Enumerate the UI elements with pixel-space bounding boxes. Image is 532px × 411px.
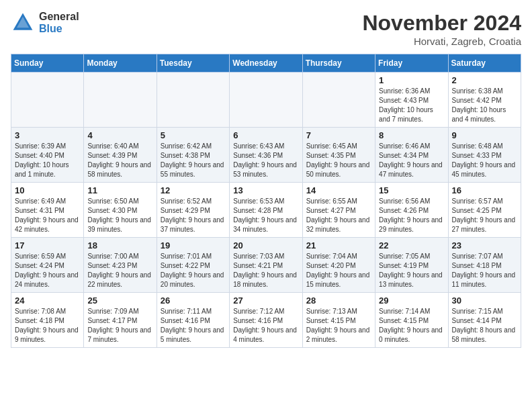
calendar-cell: 10Sunrise: 6:49 AM Sunset: 4:31 PM Dayli… — [11, 183, 84, 238]
calendar-cell: 30Sunrise: 7:15 AM Sunset: 4:14 PM Dayli… — [448, 293, 521, 348]
day-number: 9 — [452, 130, 517, 140]
calendar-cell — [11, 73, 84, 128]
week-row-2: 3Sunrise: 6:39 AM Sunset: 4:40 PM Daylig… — [11, 128, 521, 183]
calendar-cell: 19Sunrise: 7:01 AM Sunset: 4:22 PM Dayli… — [157, 238, 229, 293]
day-number: 29 — [379, 295, 444, 306]
calendar-cell: 26Sunrise: 7:11 AM Sunset: 4:16 PM Dayli… — [157, 293, 229, 348]
week-row-5: 24Sunrise: 7:08 AM Sunset: 4:18 PM Dayli… — [11, 293, 521, 348]
day-number: 4 — [87, 130, 152, 140]
day-number: 20 — [233, 240, 298, 250]
logo-blue-label: Blue — [39, 23, 79, 35]
day-number: 26 — [161, 295, 226, 306]
calendar-cell: 2Sunrise: 6:38 AM Sunset: 4:42 PM Daylig… — [448, 73, 521, 128]
logo-icon — [11, 11, 35, 35]
day-info: Sunrise: 6:49 AM Sunset: 4:31 PM Dayligh… — [15, 197, 80, 234]
header: General Blue November 2024 Horvati, Zagr… — [11, 11, 521, 47]
calendar-cell — [84, 73, 157, 128]
week-row-4: 17Sunrise: 6:59 AM Sunset: 4:24 PM Dayli… — [11, 238, 521, 293]
day-info: Sunrise: 6:53 AM Sunset: 4:28 PM Dayligh… — [233, 197, 298, 234]
day-info: Sunrise: 6:48 AM Sunset: 4:33 PM Dayligh… — [452, 142, 517, 179]
day-info: Sunrise: 6:42 AM Sunset: 4:38 PM Dayligh… — [161, 142, 226, 179]
week-row-3: 10Sunrise: 6:49 AM Sunset: 4:31 PM Dayli… — [11, 183, 521, 238]
weekday-header-sunday: Sunday — [11, 54, 84, 73]
calendar-cell: 5Sunrise: 6:42 AM Sunset: 4:38 PM Daylig… — [157, 128, 229, 183]
day-number: 25 — [87, 295, 152, 306]
month-title: November 2024 — [362, 11, 521, 36]
day-number: 15 — [379, 185, 444, 195]
day-info: Sunrise: 6:40 AM Sunset: 4:39 PM Dayligh… — [87, 142, 152, 179]
weekday-header-wednesday: Wednesday — [230, 54, 302, 73]
day-info: Sunrise: 6:57 AM Sunset: 4:25 PM Dayligh… — [452, 197, 517, 234]
day-info: Sunrise: 7:07 AM Sunset: 4:18 PM Dayligh… — [452, 252, 517, 289]
day-info: Sunrise: 7:12 AM Sunset: 4:16 PM Dayligh… — [233, 307, 298, 345]
day-info: Sunrise: 7:03 AM Sunset: 4:21 PM Dayligh… — [233, 252, 298, 289]
day-info: Sunrise: 6:46 AM Sunset: 4:34 PM Dayligh… — [379, 142, 444, 179]
location-subtitle: Horvati, Zagreb, Croatia — [362, 36, 521, 47]
calendar-cell: 20Sunrise: 7:03 AM Sunset: 4:21 PM Dayli… — [230, 238, 302, 293]
calendar-cell: 22Sunrise: 7:05 AM Sunset: 4:19 PM Dayli… — [375, 238, 448, 293]
day-info: Sunrise: 7:05 AM Sunset: 4:19 PM Dayligh… — [379, 252, 444, 289]
day-number: 23 — [452, 240, 517, 250]
calendar-cell — [230, 73, 302, 128]
day-number: 2 — [452, 75, 517, 85]
day-number: 27 — [233, 295, 298, 306]
day-number: 12 — [161, 185, 226, 195]
day-info: Sunrise: 7:11 AM Sunset: 4:16 PM Dayligh… — [161, 307, 226, 345]
calendar-cell: 17Sunrise: 6:59 AM Sunset: 4:24 PM Dayli… — [11, 238, 84, 293]
day-number: 8 — [379, 130, 444, 140]
calendar-cell: 13Sunrise: 6:53 AM Sunset: 4:28 PM Dayli… — [230, 183, 302, 238]
calendar-cell: 4Sunrise: 6:40 AM Sunset: 4:39 PM Daylig… — [84, 128, 157, 183]
calendar-cell — [157, 73, 229, 128]
calendar-cell: 15Sunrise: 6:56 AM Sunset: 4:26 PM Dayli… — [375, 183, 448, 238]
day-info: Sunrise: 6:39 AM Sunset: 4:40 PM Dayligh… — [15, 142, 80, 179]
weekday-header-friday: Friday — [375, 54, 448, 73]
day-number: 16 — [452, 185, 517, 195]
day-info: Sunrise: 7:13 AM Sunset: 4:15 PM Dayligh… — [306, 307, 371, 345]
calendar-cell: 11Sunrise: 6:50 AM Sunset: 4:30 PM Dayli… — [84, 183, 157, 238]
calendar-cell: 25Sunrise: 7:09 AM Sunset: 4:17 PM Dayli… — [84, 293, 157, 348]
day-info: Sunrise: 6:45 AM Sunset: 4:35 PM Dayligh… — [306, 142, 371, 179]
day-info: Sunrise: 6:52 AM Sunset: 4:29 PM Dayligh… — [161, 197, 226, 234]
logo: General Blue — [11, 11, 79, 35]
week-row-1: 1Sunrise: 6:36 AM Sunset: 4:43 PM Daylig… — [11, 73, 521, 128]
day-number: 28 — [306, 295, 371, 306]
day-number: 22 — [379, 240, 444, 250]
weekday-header-tuesday: Tuesday — [157, 54, 229, 73]
weekday-header-monday: Monday — [84, 54, 157, 73]
day-info: Sunrise: 7:15 AM Sunset: 4:14 PM Dayligh… — [452, 307, 517, 345]
day-info: Sunrise: 6:38 AM Sunset: 4:42 PM Dayligh… — [452, 87, 517, 124]
day-info: Sunrise: 6:43 AM Sunset: 4:36 PM Dayligh… — [233, 142, 298, 179]
weekday-header-thursday: Thursday — [302, 54, 375, 73]
day-number: 19 — [161, 240, 226, 250]
calendar-cell: 27Sunrise: 7:12 AM Sunset: 4:16 PM Dayli… — [230, 293, 302, 348]
weekday-header-saturday: Saturday — [448, 54, 521, 73]
calendar-cell: 1Sunrise: 6:36 AM Sunset: 4:43 PM Daylig… — [375, 73, 448, 128]
day-info: Sunrise: 7:09 AM Sunset: 4:17 PM Dayligh… — [87, 307, 152, 345]
calendar-cell: 21Sunrise: 7:04 AM Sunset: 4:20 PM Dayli… — [302, 238, 375, 293]
day-number: 30 — [452, 295, 517, 306]
calendar-cell: 28Sunrise: 7:13 AM Sunset: 4:15 PM Dayli… — [302, 293, 375, 348]
day-info: Sunrise: 7:00 AM Sunset: 4:23 PM Dayligh… — [87, 252, 152, 289]
day-number: 17 — [15, 240, 80, 250]
day-info: Sunrise: 6:36 AM Sunset: 4:43 PM Dayligh… — [379, 87, 444, 124]
calendar-cell: 16Sunrise: 6:57 AM Sunset: 4:25 PM Dayli… — [448, 183, 521, 238]
calendar-cell: 8Sunrise: 6:46 AM Sunset: 4:34 PM Daylig… — [375, 128, 448, 183]
day-info: Sunrise: 7:01 AM Sunset: 4:22 PM Dayligh… — [161, 252, 226, 289]
calendar-cell: 14Sunrise: 6:55 AM Sunset: 4:27 PM Dayli… — [302, 183, 375, 238]
calendar-cell: 23Sunrise: 7:07 AM Sunset: 4:18 PM Dayli… — [448, 238, 521, 293]
day-number: 3 — [15, 130, 80, 140]
day-info: Sunrise: 6:56 AM Sunset: 4:26 PM Dayligh… — [379, 197, 444, 234]
calendar-cell: 3Sunrise: 6:39 AM Sunset: 4:40 PM Daylig… — [11, 128, 84, 183]
day-number: 21 — [306, 240, 371, 250]
calendar-cell: 18Sunrise: 7:00 AM Sunset: 4:23 PM Dayli… — [84, 238, 157, 293]
day-number: 14 — [306, 185, 371, 195]
day-info: Sunrise: 6:55 AM Sunset: 4:27 PM Dayligh… — [306, 197, 371, 234]
day-number: 7 — [306, 130, 371, 140]
weekday-header-row: SundayMondayTuesdayWednesdayThursdayFrid… — [11, 54, 521, 73]
day-info: Sunrise: 6:50 AM Sunset: 4:30 PM Dayligh… — [87, 197, 152, 234]
day-info: Sunrise: 6:59 AM Sunset: 4:24 PM Dayligh… — [15, 252, 80, 289]
day-number: 24 — [15, 295, 80, 306]
day-info: Sunrise: 7:14 AM Sunset: 4:15 PM Dayligh… — [379, 307, 444, 345]
day-info: Sunrise: 7:08 AM Sunset: 4:18 PM Dayligh… — [15, 307, 80, 345]
logo-text: General Blue — [39, 11, 79, 34]
